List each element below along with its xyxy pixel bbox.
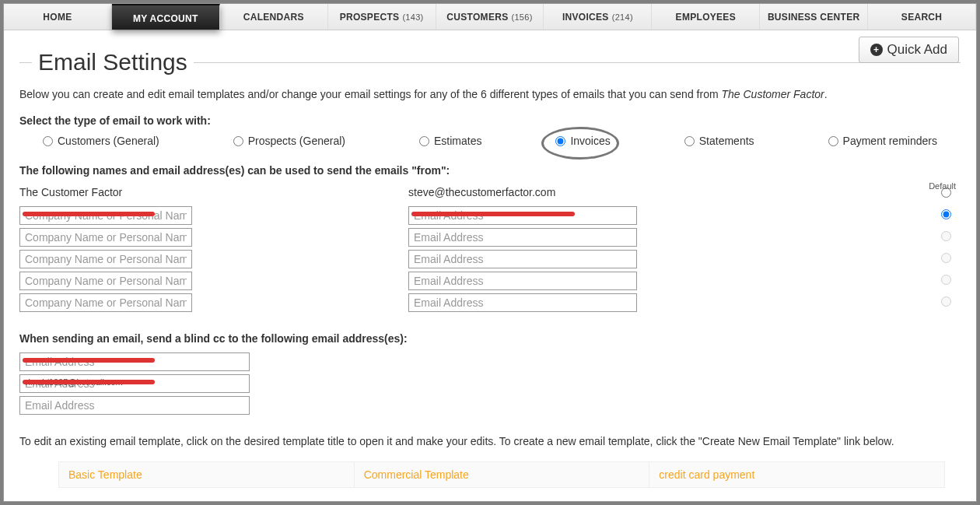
from-heading: The following names and email address(es… [19,164,961,177]
from-email-input-3[interactable] [408,250,637,268]
nav-business-center[interactable]: BUSINESS CENTER [760,4,868,30]
template-note: To edit an existing email template, clic… [19,435,961,447]
default-column-label: Default [929,181,956,191]
bcc-input-2[interactable] [19,374,250,393]
nav-search[interactable]: SEARCH [868,4,976,30]
from-name-input-4[interactable] [19,272,192,290]
from-email-input-2[interactable] [408,228,637,247]
from-email-input-5[interactable] [408,293,637,312]
from-email-input-4[interactable] [408,272,637,290]
radio-customers[interactable]: Customers (General) [43,135,159,147]
radio-statements[interactable]: Statements [684,135,754,147]
from-name-input-1[interactable] [19,206,192,225]
default-radio-2[interactable] [941,231,951,241]
from-email-input-1[interactable] [408,206,637,225]
nav-my-account[interactable]: MY ACCOUNT [112,4,220,30]
nav-customers[interactable]: CUSTOMERS(156) [436,4,544,30]
page-title: Email Settings [32,49,194,75]
radio-invoices[interactable]: Invoices [555,135,610,147]
template-commercial[interactable]: Commercial Template [355,461,650,488]
from-name-input-2[interactable] [19,228,192,247]
nav-calendars[interactable]: CALENDARS [220,4,328,30]
bcc-heading: When sending an email, send a blind cc t… [19,332,961,345]
radio-prospects[interactable]: Prospects (General) [233,135,345,147]
main-nav: HOME MY ACCOUNT CALENDARS PROSPECTS(143)… [4,4,976,30]
quick-add-label: Quick Add [887,42,948,58]
bcc-input-1[interactable] [19,352,250,371]
bcc-input-3[interactable] [19,396,250,415]
nav-employees[interactable]: EMPLOYEES [652,4,760,30]
quick-add-button[interactable]: + Quick Add [859,37,960,63]
plus-icon: + [870,44,883,56]
default-radio-3[interactable] [941,253,951,263]
default-radio-5[interactable] [941,296,951,307]
nav-prospects[interactable]: PROSPECTS(143) [328,4,436,30]
nav-home[interactable]: HOME [4,4,112,30]
from-name-input-5[interactable] [19,293,192,312]
email-type-radios: Customers (General) Prospects (General) … [19,135,961,147]
select-type-label: Select the type of email to work with: [19,114,961,127]
intro-text: Below you can create and edit email temp… [19,88,961,100]
template-basic[interactable]: Basic Template [58,461,355,488]
template-row: Basic Template Commercial Template credi… [58,461,945,488]
nav-invoices[interactable]: INVOICES(214) [544,4,652,30]
from-name-input-3[interactable] [19,250,192,268]
radio-reminders[interactable]: Payment reminders [828,135,937,147]
default-radio-1[interactable] [941,209,951,219]
from-static-email: steve@thecustomerfactor.com [408,184,906,203]
from-static-name: The Customer Factor [19,184,408,203]
default-radio-4[interactable] [941,275,951,285]
template-credit-card[interactable]: credit card payment [649,461,945,488]
radio-estimates[interactable]: Estimates [419,135,481,147]
